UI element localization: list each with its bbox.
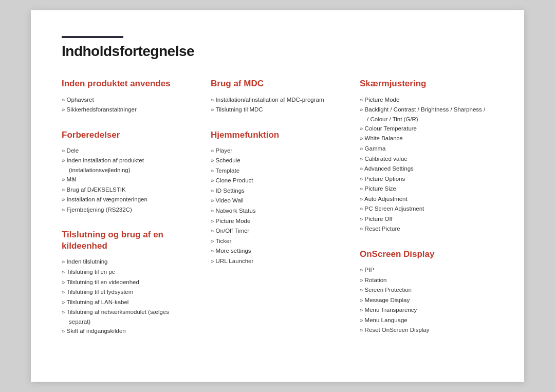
list-item: Tilslutning til MDC: [211, 105, 344, 115]
list-item: Video Wall: [211, 196, 344, 206]
list-item: Inden tilslutning: [62, 257, 195, 267]
section-heading-hjemmefunktion: Hjemmefunktion: [211, 129, 344, 141]
section-heading-skaermjustering: Skærmjustering: [360, 78, 493, 89]
list-item: Reset Picture: [360, 224, 493, 234]
list-item: Message Display: [360, 295, 493, 306]
list-item: Clone Product: [211, 176, 344, 186]
section-forberedelser: ForberedelserDeleInden installation af p…: [62, 129, 195, 215]
list-item: Screen Protection: [360, 285, 493, 295]
section-tilslutning: Tilslutning og brug af en kildeenhedInde…: [62, 229, 195, 336]
list-item: Picture Size: [360, 184, 493, 194]
list-item: Fjernbetjening (RS232C): [62, 205, 195, 215]
list-item: Menu Language: [360, 315, 493, 326]
section-hjemmefunktion: HjemmefunktionPlayerScheduleTemplateClon…: [211, 129, 344, 267]
section-heading-forberedelser: Forberedelser: [62, 129, 195, 141]
section-heading-inden-produktet: Inden produktet anvendes: [62, 78, 195, 89]
list-item: Picture Mode: [211, 216, 344, 227]
list-item: / Colour / Tint (G/R): [360, 115, 493, 124]
section-heading-onscreen-display: OnScreen Display: [360, 249, 493, 260]
list-item: Picture Mode: [360, 95, 493, 105]
list-item: More settings: [211, 246, 344, 256]
list-item: Tilslutning af netværksmodulet (sælges: [62, 307, 195, 318]
page: Indholdsfortegnelse Inden produktet anve…: [31, 10, 524, 381]
list-item: Colour Temperature: [360, 124, 493, 134]
section-items-brug-af-mdc: Installation/afinstallation af MDC-progr…: [211, 95, 344, 115]
column-1: Brug af MDCInstallation/afinstallation a…: [211, 78, 344, 350]
list-item: Natwork Status: [211, 206, 344, 216]
section-items-tilslutning: Inden tilslutningTilslutning til en pcTi…: [62, 257, 195, 336]
list-item: Auto Adjustment: [360, 194, 493, 204]
section-items-forberedelser: DeleInden installation af produktet(inst…: [62, 146, 195, 215]
section-brug-af-mdc: Brug af MDCInstallation/afinstallation a…: [211, 78, 344, 115]
list-item: Schedule: [211, 156, 344, 166]
list-item: PIP: [360, 265, 493, 275]
list-item: Rotation: [360, 275, 493, 286]
list-item: Picture Options: [360, 174, 493, 184]
list-item: Brug af DÆKSELSTIK: [62, 185, 195, 195]
list-item: (installationsvejledning): [62, 166, 195, 175]
list-item: Ophavsret: [62, 95, 195, 105]
list-item: White Balance: [360, 134, 493, 144]
section-items-skaermjustering: Picture ModeBacklight / Contrast / Brigh…: [360, 95, 493, 234]
list-item: Tilslutning af LAN-kabel: [62, 297, 195, 308]
list-item: Reset OnScreen Display: [360, 325, 493, 335]
list-item: Gamma: [360, 144, 493, 154]
list-item: Tilslutning til et lydsystem: [62, 287, 195, 297]
list-item: Installation/afinstallation af MDC-progr…: [211, 95, 344, 105]
list-item: Mål: [62, 175, 195, 185]
list-item: URL Launcher: [211, 256, 344, 267]
list-item: separat): [62, 318, 195, 326]
list-item: Calibrated value: [360, 154, 493, 164]
main-title: Indholdsfortegnelse: [62, 43, 493, 60]
list-item: ID Settings: [211, 186, 344, 196]
list-item: Dele: [62, 146, 195, 156]
title-section: Indholdsfortegnelse: [62, 36, 493, 60]
section-heading-brug-af-mdc: Brug af MDC: [211, 78, 344, 89]
list-item: PC Screen Adjustment: [360, 204, 493, 214]
list-item: Installation af vægmonteringen: [62, 195, 195, 205]
content-columns: Inden produktet anvendesOphavsretSikkerh…: [62, 78, 493, 350]
list-item: Ticker: [211, 236, 344, 247]
list-item: Menu Transparency: [360, 305, 493, 315]
list-item: Template: [211, 166, 344, 176]
list-item: On/Off Timer: [211, 226, 344, 236]
section-skaermjustering: SkærmjusteringPicture ModeBacklight / Co…: [360, 78, 493, 234]
list-item: Sikkerhedsforanstaltninger: [62, 105, 195, 115]
list-item: Skift af indgangskilden: [62, 326, 195, 337]
column-0: Inden produktet anvendesOphavsretSikkerh…: [62, 78, 195, 350]
list-item: Inden installation af produktet: [62, 156, 195, 166]
section-heading-tilslutning: Tilslutning og brug af en kildeenhed: [62, 229, 195, 252]
title-bar: [62, 36, 123, 38]
list-item: Tilslutning til en videoenhed: [62, 277, 195, 288]
section-items-onscreen-display: PIPRotationScreen ProtectionMessage Disp…: [360, 265, 493, 335]
list-item: Backlight / Contrast / Brightness / Shar…: [360, 105, 493, 115]
list-item: Advanced Settings: [360, 164, 493, 174]
list-item: Player: [211, 146, 344, 156]
section-onscreen-display: OnScreen DisplayPIPRotationScreen Protec…: [360, 249, 493, 335]
section-items-hjemmefunktion: PlayerScheduleTemplateClone ProductID Se…: [211, 146, 344, 267]
column-2: SkærmjusteringPicture ModeBacklight / Co…: [360, 78, 493, 350]
section-items-inden-produktet: OphavsretSikkerhedsforanstaltninger: [62, 95, 195, 115]
list-item: Picture Off: [360, 214, 493, 225]
section-inden-produktet: Inden produktet anvendesOphavsretSikkerh…: [62, 78, 195, 115]
list-item: Tilslutning til en pc: [62, 267, 195, 277]
